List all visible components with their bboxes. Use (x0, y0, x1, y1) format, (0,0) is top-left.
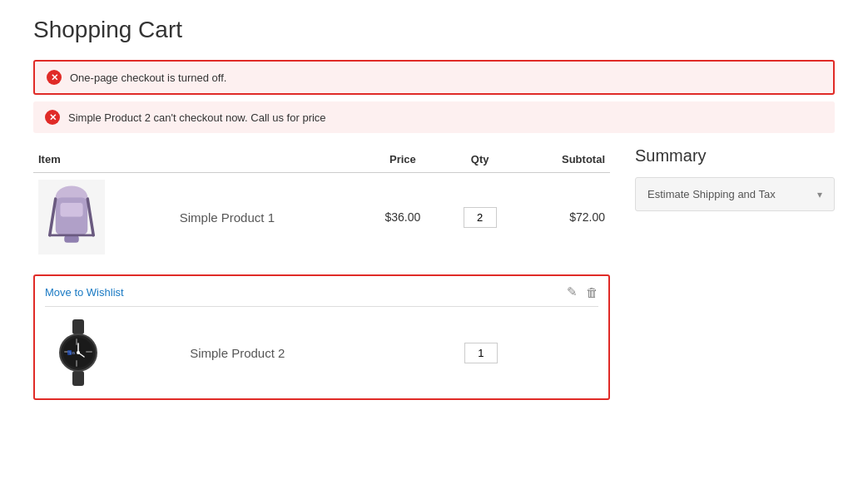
alert-onepage-text: One-page checkout is turned off. (70, 72, 226, 84)
backpack-svg (42, 184, 101, 250)
delete-icon[interactable]: 🗑 (586, 285, 598, 299)
product2-header: Move to Wishlist ✎ 🗑 (45, 284, 598, 307)
svg-text:135: 135 (69, 351, 76, 355)
svg-rect-12 (76, 360, 77, 367)
move-to-wishlist-link[interactable]: Move to Wishlist (45, 286, 124, 299)
cart-table: Item Price Qty Subtotal (33, 146, 610, 261)
alert-product2-text: Simple Product 2 can't checkout now. Cal… (68, 111, 326, 124)
product1-image-cell (33, 173, 166, 262)
col-subtotal: Subtotal (518, 146, 610, 173)
svg-rect-14 (86, 351, 92, 353)
summary-section: Summary Estimate Shipping and Tax ▾ (635, 146, 835, 400)
product1-price: $36.00 (363, 173, 442, 262)
product2-body: 135 Simple Product 2 (45, 315, 598, 390)
summary-title: Summary (635, 146, 835, 165)
estimate-shipping-row[interactable]: Estimate Shipping and Tax ▾ (636, 178, 834, 210)
edit-icon[interactable]: ✎ (567, 284, 578, 299)
estimate-shipping-label: Estimate Shipping and Tax (647, 188, 776, 200)
svg-rect-2 (60, 203, 83, 218)
col-item: Item (33, 146, 363, 173)
col-qty: Qty (443, 146, 518, 173)
cart-section: Item Price Qty Subtotal (33, 146, 610, 400)
product2-qty-input[interactable] (464, 343, 498, 363)
product1-name: Simple Product 1 (171, 210, 275, 225)
chevron-down-icon: ▾ (817, 189, 822, 200)
error-icon-2: ✕ (45, 110, 60, 125)
svg-rect-7 (72, 319, 84, 334)
table-header-row: Item Price Qty Subtotal (33, 146, 610, 173)
product2-name: Simple Product 2 (120, 346, 355, 360)
product2-container: Move to Wishlist ✎ 🗑 (33, 274, 610, 400)
page-title: Shopping Cart (33, 17, 835, 43)
product1-qty-cell (443, 173, 518, 262)
alert-product2: ✕ Simple Product 2 can't checkout now. C… (33, 101, 835, 133)
svg-line-5 (87, 199, 93, 235)
col-price: Price (363, 146, 442, 173)
summary-panel: Estimate Shipping and Tax ▾ (635, 177, 835, 211)
product1-name-cell: Simple Product 1 (166, 173, 364, 262)
product1-subtotal: $72.00 (518, 173, 610, 262)
product2-actions: ✎ 🗑 (567, 284, 598, 299)
alert-onepage: ✕ One-page checkout is turned off. (33, 60, 835, 95)
watch-svg: 135 (49, 315, 107, 390)
product1-qty-input[interactable] (464, 207, 497, 228)
svg-rect-8 (72, 371, 84, 386)
main-layout: Item Price Qty Subtotal (33, 146, 835, 400)
svg-rect-11 (76, 338, 77, 345)
product2-image: 135 (45, 315, 112, 390)
error-icon-1: ✕ (47, 70, 62, 85)
product1-image (38, 180, 105, 254)
product2-qty-wrapper (364, 343, 599, 363)
svg-line-4 (50, 199, 56, 235)
table-row: Simple Product 1 $36.00 $72.00 (33, 173, 610, 262)
svg-point-17 (77, 351, 80, 354)
